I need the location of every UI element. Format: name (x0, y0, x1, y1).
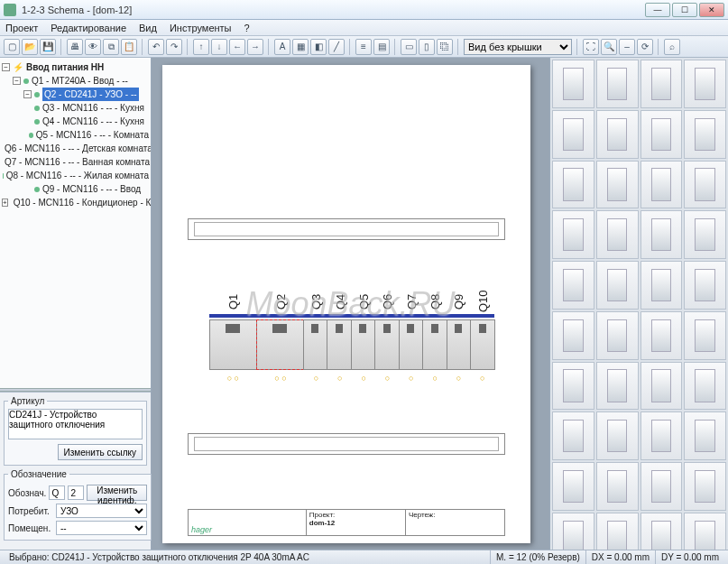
library-thumb[interactable] (552, 462, 594, 511)
breaker-q5[interactable] (351, 319, 376, 370)
library-thumb[interactable] (596, 462, 639, 511)
library-thumb[interactable] (640, 462, 683, 511)
library-thumb[interactable] (640, 311, 683, 360)
breaker-q2-selected[interactable] (256, 319, 304, 370)
library-thumb[interactable] (596, 60, 639, 108)
open-icon[interactable]: 📂 (22, 39, 38, 55)
redo-icon[interactable]: ↷ (166, 39, 182, 55)
tree-item[interactable]: Q5 - MCN116 - -- - Комната (36, 128, 149, 142)
zoom-out-icon[interactable]: – (619, 39, 635, 55)
grid-icon[interactable]: ▤ (373, 39, 390, 55)
menu-project[interactable]: Проект (5, 23, 38, 33)
library-thumb[interactable] (552, 210, 594, 259)
collapse-icon[interactable]: − (23, 90, 32, 98)
minimize-button[interactable]: — (645, 3, 670, 17)
menu-edit[interactable]: Редактирование (51, 23, 126, 33)
menu-tools[interactable]: Инструменты (170, 23, 232, 33)
breaker-q6[interactable] (374, 319, 400, 370)
library-thumb[interactable] (684, 411, 726, 460)
line-icon[interactable]: ╱ (328, 39, 345, 55)
tree-item[interactable]: Q4 - MCN116 - -- - Кухня (42, 115, 144, 128)
library-thumb[interactable] (552, 411, 594, 460)
tree-item[interactable]: Q6 - MCN116 - -- - Детская комната (5, 142, 151, 155)
library-thumb[interactable] (552, 311, 594, 360)
library-thumb[interactable] (596, 411, 639, 460)
library-thumb[interactable] (640, 60, 683, 108)
library-thumb[interactable] (684, 210, 726, 259)
image-icon[interactable]: ▦ (292, 39, 309, 55)
undo-icon[interactable]: ↶ (148, 39, 164, 55)
breaker-q1[interactable] (209, 319, 257, 370)
library-thumb[interactable] (684, 110, 726, 159)
zoom-fit-icon[interactable]: ⛶ (583, 39, 599, 55)
close-button[interactable]: ✕ (699, 3, 724, 17)
breaker-q8[interactable] (422, 319, 447, 370)
library-thumb[interactable] (596, 513, 639, 550)
tree-item[interactable]: Q1 - MT240A - Ввод - -- (32, 74, 128, 88)
library-thumb[interactable] (552, 110, 594, 159)
library-thumb[interactable] (552, 60, 594, 108)
edit-link-button[interactable]: Изменить ссылку (58, 444, 143, 460)
arrow-right-icon[interactable]: → (247, 39, 263, 55)
library-thumb[interactable] (684, 362, 726, 411)
breaker-q9[interactable] (447, 319, 472, 370)
library-thumb[interactable] (596, 261, 639, 310)
library-thumb[interactable] (684, 462, 726, 511)
arrow-left-icon[interactable]: ← (229, 39, 245, 55)
library-thumb[interactable] (684, 60, 726, 108)
library-thumb[interactable] (596, 210, 639, 259)
save-icon[interactable]: 💾 (40, 39, 56, 55)
desig-number-input[interactable] (68, 485, 84, 500)
library-thumb[interactable] (640, 210, 683, 259)
project-tree[interactable]: −⚡Ввод питания НН −Q1 - MT240A - Ввод - … (0, 58, 151, 388)
collapse-icon[interactable]: − (13, 77, 21, 85)
breaker-q7[interactable] (399, 319, 424, 370)
library-thumb[interactable] (596, 161, 639, 209)
tree-item-selected[interactable]: Q2 - CD241J - УЗО - -- (42, 88, 139, 101)
desig-prefix-input[interactable] (49, 485, 65, 500)
library-thumb[interactable] (640, 513, 683, 550)
tree-item[interactable]: Q10 - MCN116 - Кондиционер - Комната (14, 196, 151, 209)
breaker-q10[interactable] (470, 319, 495, 370)
zoom-in-icon[interactable]: 🔍 (601, 39, 617, 55)
library-thumb[interactable] (552, 261, 594, 310)
library-thumb[interactable] (684, 261, 726, 310)
text-icon[interactable]: A (274, 39, 290, 55)
search-icon[interactable]: ⌕ (664, 39, 680, 55)
breaker-q3[interactable] (303, 319, 328, 370)
maximize-button[interactable]: ☐ (672, 3, 697, 17)
library-thumb[interactable] (596, 362, 639, 411)
room-select[interactable]: -- (56, 521, 147, 535)
preview-icon[interactable]: 👁 (85, 39, 101, 55)
menu-help[interactable]: ? (244, 23, 250, 33)
library-thumb[interactable] (552, 513, 594, 550)
library-thumb[interactable] (640, 161, 683, 209)
canvas[interactable]: Q1 Q2 Q3 Q4 Q5 Q6 Q7 Q8 Q9 Q10 (152, 58, 549, 550)
library-thumb[interactable] (684, 311, 726, 360)
consumer-select[interactable]: УЗО (56, 504, 147, 518)
print-icon[interactable]: 🖶 (67, 39, 83, 55)
tree-root[interactable]: Ввод питания НН (26, 60, 104, 74)
library-thumb[interactable] (640, 362, 683, 411)
expand-icon[interactable]: + (2, 199, 8, 207)
breaker-q4[interactable] (327, 319, 352, 370)
menu-view[interactable]: Вид (139, 23, 157, 33)
library-thumb[interactable] (640, 411, 683, 460)
group-icon[interactable]: ⿻ (437, 39, 453, 55)
library-thumb[interactable] (640, 261, 683, 310)
arrow-down-icon[interactable]: ↓ (211, 39, 227, 55)
library-thumb[interactable] (552, 161, 594, 209)
library-thumb[interactable] (596, 110, 639, 159)
collapse-icon[interactable]: − (2, 63, 10, 71)
tree-item[interactable]: Q3 - MCN116 - -- - Кухня (42, 101, 144, 115)
tree-item[interactable]: Q8 - MCN116 - -- - Жилая комната (6, 169, 149, 182)
component-library[interactable] (549, 58, 728, 550)
edit-id-button[interactable]: Изменить идентиф. (87, 485, 147, 501)
layer1-icon[interactable]: ▭ (401, 39, 417, 55)
copy-icon[interactable]: ⧉ (103, 39, 119, 55)
library-thumb[interactable] (640, 110, 683, 159)
layer2-icon[interactable]: ▯ (419, 39, 435, 55)
refresh-icon[interactable]: ⟳ (637, 39, 653, 55)
shape-icon[interactable]: ◧ (310, 39, 327, 55)
view-select[interactable]: Вид без крышки (464, 39, 572, 55)
